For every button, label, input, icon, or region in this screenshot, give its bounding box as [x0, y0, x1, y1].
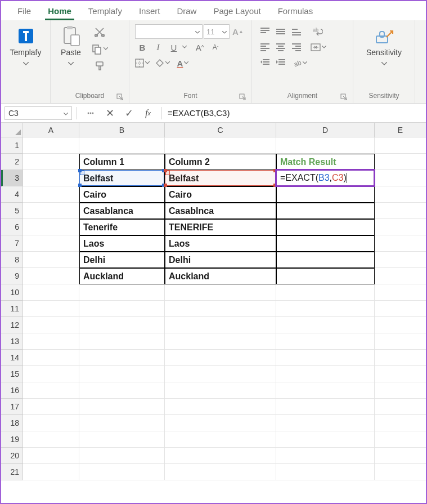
svg-rect-23 — [292, 32, 301, 33]
tab-file[interactable]: File — [9, 2, 39, 20]
shrink-font-button[interactable]: Aˇ — [208, 40, 223, 55]
svg-rect-40 — [263, 61, 269, 63]
tab-insert[interactable]: Insert — [131, 2, 169, 20]
row-header[interactable]: 3 — [1, 170, 23, 186]
table-cell[interactable]: Laos — [165, 235, 276, 252]
align-center-button[interactable] — [273, 40, 288, 55]
row-header[interactable]: 20 — [1, 448, 23, 464]
paste-button[interactable]: Paste — [55, 24, 87, 70]
row-header[interactable]: 9 — [1, 268, 23, 284]
templafy-button[interactable]: Templafy — [6, 24, 46, 70]
orientation-button[interactable]: ab — [293, 56, 307, 70]
row-header[interactable]: 7 — [1, 235, 23, 252]
table-cell[interactable] — [276, 203, 375, 219]
tab-templafy[interactable]: Templafy — [80, 2, 131, 20]
row-header[interactable]: 13 — [1, 333, 23, 350]
fill-color-button[interactable] — [155, 56, 170, 70]
chevron-down-icon — [23, 57, 29, 68]
font-name-combo[interactable] — [135, 24, 203, 39]
active-cell[interactable]: =EXACT(B3,C3) — [275, 169, 375, 187]
row-header[interactable]: 21 — [1, 464, 23, 480]
alignment-launcher[interactable] — [340, 93, 347, 100]
row-header[interactable]: 16 — [1, 382, 23, 399]
row-header[interactable]: 12 — [1, 317, 23, 333]
table-cell[interactable]: Casablnca — [165, 203, 276, 219]
cancel-formula-button[interactable]: ✕ — [102, 106, 118, 120]
row-header[interactable]: 10 — [1, 284, 23, 301]
table-cell[interactable]: Cairo — [79, 186, 165, 203]
grow-font-button[interactable]: A^ — [192, 40, 207, 55]
row-header[interactable]: 19 — [1, 431, 23, 448]
italic-button[interactable]: I — [151, 40, 165, 55]
row-header[interactable]: 11 — [1, 301, 23, 317]
formula-input[interactable]: =EXACT(B3,C3) — [163, 106, 426, 120]
borders-button[interactable] — [135, 56, 150, 70]
cell-grid[interactable]: Column 1Column 2Match ResultBelfastBelfa… — [23, 137, 426, 503]
select-all-corner[interactable] — [1, 123, 23, 137]
align-top-button[interactable] — [258, 24, 272, 39]
row-header[interactable]: 2 — [1, 154, 23, 170]
tab-formulas[interactable]: Formulas — [269, 2, 322, 20]
column-header[interactable]: B — [79, 123, 165, 137]
font-color-button[interactable]: A — [176, 56, 190, 70]
table-cell[interactable]: Casablanca — [79, 203, 165, 219]
tab-home[interactable]: Home — [39, 2, 80, 20]
copy-button[interactable] — [90, 41, 109, 57]
insert-function-button[interactable]: fx — [140, 106, 156, 120]
align-left-button[interactable] — [258, 40, 272, 55]
column-header[interactable]: D — [276, 123, 375, 137]
row-header[interactable]: 4 — [1, 186, 23, 203]
table-cell[interactable]: Delhi — [79, 252, 165, 268]
sensitivity-button[interactable]: Sensitivity — [358, 24, 410, 70]
table-header[interactable]: Column 2 — [165, 154, 276, 170]
decrease-indent-button[interactable] — [258, 56, 272, 70]
column-header[interactable]: C — [165, 123, 276, 137]
table-cell[interactable] — [276, 268, 375, 284]
row-header[interactable]: 5 — [1, 203, 23, 219]
clipboard-launcher[interactable] — [116, 93, 123, 100]
wrap-text-button[interactable]: ab — [311, 24, 325, 39]
increase-indent-button[interactable] — [273, 56, 288, 70]
table-cell[interactable]: Delhi — [165, 252, 276, 268]
underline-button[interactable]: U — [167, 40, 181, 55]
svg-rect-2 — [25, 31, 27, 41]
name-box[interactable]: C3 — [5, 106, 72, 120]
more-functions-button[interactable] — [83, 106, 98, 120]
row-header[interactable]: 15 — [1, 366, 23, 382]
align-bottom-button[interactable] — [289, 24, 304, 39]
enter-formula-button[interactable]: ✓ — [121, 106, 137, 120]
bold-button[interactable]: B — [135, 40, 150, 55]
table-cell[interactable] — [276, 235, 375, 252]
align-middle-button[interactable] — [273, 24, 288, 39]
column-header[interactable]: E — [375, 123, 426, 137]
row-header[interactable]: 18 — [1, 415, 23, 431]
tab-draw[interactable]: Draw — [168, 2, 205, 20]
table-cell[interactable]: Auckland — [79, 268, 165, 284]
table-cell[interactable] — [276, 186, 375, 203]
row-header[interactable]: 14 — [1, 350, 23, 366]
cut-button[interactable] — [90, 24, 109, 40]
table-cell[interactable] — [276, 219, 375, 235]
format-painter-button[interactable] — [90, 58, 109, 74]
svg-rect-30 — [276, 43, 285, 44]
table-cell[interactable]: Laos — [79, 235, 165, 252]
increase-font-button[interactable]: A▲ — [231, 24, 245, 39]
column-header[interactable]: A — [23, 123, 79, 137]
table-header[interactable]: Match Result — [276, 154, 375, 170]
svg-rect-19 — [276, 29, 285, 30]
align-right-button[interactable] — [289, 40, 304, 55]
row-header[interactable]: 17 — [1, 399, 23, 415]
row-header[interactable]: 1 — [1, 137, 23, 154]
merge-center-button[interactable] — [311, 40, 326, 55]
table-cell[interactable]: Tenerife — [79, 219, 165, 235]
table-header[interactable]: Column 1 — [79, 154, 165, 170]
table-cell[interactable]: Auckland — [165, 268, 276, 284]
table-cell[interactable]: Cairo — [165, 186, 276, 203]
font-size-combo[interactable]: 11 — [204, 24, 230, 39]
font-launcher[interactable] — [239, 93, 246, 100]
row-header[interactable]: 8 — [1, 252, 23, 268]
table-cell[interactable]: TENERIFE — [165, 219, 276, 235]
row-header[interactable]: 6 — [1, 219, 23, 235]
table-cell[interactable] — [276, 252, 375, 268]
tab-page-layout[interactable]: Page Layout — [205, 2, 269, 20]
